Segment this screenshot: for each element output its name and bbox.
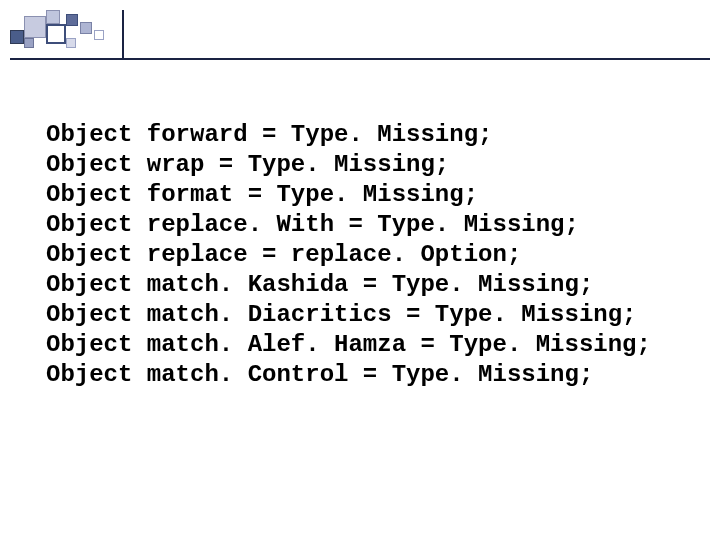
motif-square <box>24 16 46 38</box>
code-line: Object match. Kashida = Type. Missing; <box>46 270 690 300</box>
code-line: Object replace. With = Type. Missing; <box>46 210 690 240</box>
code-line: Object match. Alef. Hamza = Type. Missin… <box>46 330 690 360</box>
code-line: Object match. Control = Type. Missing; <box>46 360 690 390</box>
code-line: Object replace = replace. Option; <box>46 240 690 270</box>
decorative-motif <box>10 10 130 56</box>
code-line: Object forward = Type. Missing; <box>46 120 690 150</box>
motif-square <box>94 30 104 40</box>
motif-square <box>66 14 78 26</box>
motif-square <box>80 22 92 34</box>
top-divider-vertical <box>122 10 124 58</box>
motif-square <box>66 38 76 48</box>
code-line: Object wrap = Type. Missing; <box>46 150 690 180</box>
motif-square <box>10 30 24 44</box>
motif-square <box>24 38 34 48</box>
motif-square <box>46 10 60 24</box>
code-line: Object format = Type. Missing; <box>46 180 690 210</box>
code-line: Object match. Diacritics = Type. Missing… <box>46 300 690 330</box>
slide: Object forward = Type. Missing; Object w… <box>0 0 720 540</box>
code-block: Object forward = Type. Missing; Object w… <box>46 120 690 390</box>
top-divider-horizontal <box>10 58 710 60</box>
motif-square <box>46 24 66 44</box>
